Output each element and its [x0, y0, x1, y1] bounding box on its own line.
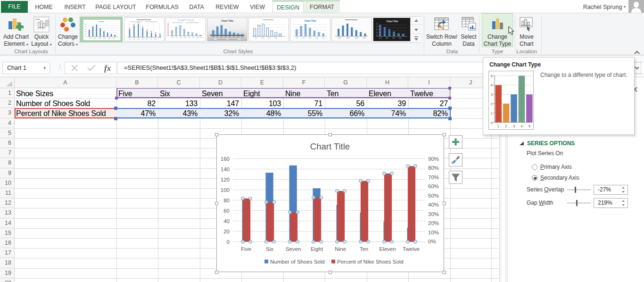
svg-text:80: 80 — [223, 198, 230, 203]
svg-text:1: 1 — [491, 111, 493, 116]
svg-text:20: 20 — [223, 229, 230, 234]
svg-text:60%: 60% — [428, 183, 439, 189]
svg-text:3: 3 — [513, 124, 515, 128]
svg-text:Percent of Nike Shoes Sold: Percent of Nike Shoes Sold — [337, 259, 404, 265]
svg-text:Chart Title: Chart Title — [305, 19, 316, 22]
svg-text:120: 120 — [221, 177, 230, 182]
svg-text:0: 0 — [491, 121, 493, 125]
svg-text:40%: 40% — [428, 202, 439, 207]
svg-text:Nine: Nine — [335, 246, 346, 252]
svg-text:140: 140 — [221, 166, 230, 172]
svg-text:CHART TITLE: CHART TITLE — [177, 19, 194, 22]
svg-text:Number of Shoes Sold: Number of Shoes Sold — [270, 259, 325, 265]
svg-text:Chart Title: Chart Title — [387, 20, 398, 23]
svg-text:Eleven: Eleven — [379, 246, 396, 252]
svg-text:1: 1 — [497, 124, 500, 128]
svg-text:fx: fx — [104, 64, 111, 73]
svg-text:Seven: Seven — [286, 246, 301, 252]
svg-text:0%: 0% — [428, 239, 436, 244]
svg-text:3: 3 — [491, 92, 493, 97]
svg-text:80%: 80% — [428, 165, 439, 171]
svg-text:40: 40 — [223, 218, 230, 224]
svg-text:2: 2 — [505, 124, 507, 128]
svg-text:Twelve: Twelve — [403, 246, 420, 252]
svg-text:100: 100 — [221, 187, 230, 193]
svg-text:160: 160 — [221, 156, 230, 162]
svg-text:70%: 70% — [428, 174, 439, 180]
svg-text:Eight: Eight — [311, 246, 323, 252]
svg-text:4: 4 — [491, 83, 493, 87]
svg-text:5: 5 — [528, 124, 531, 128]
svg-text:Five: Five — [241, 246, 251, 252]
svg-text:30%: 30% — [428, 211, 439, 217]
svg-text:20%: 20% — [428, 220, 439, 226]
svg-text:Chart Title: Chart Title — [310, 141, 350, 151]
svg-text:60: 60 — [223, 208, 230, 214]
svg-text:Chart Title: Chart Title — [221, 19, 233, 22]
svg-text:50%: 50% — [428, 193, 439, 199]
svg-text:2: 2 — [491, 102, 493, 106]
svg-text:4: 4 — [520, 124, 523, 128]
svg-text:Ten: Ten — [360, 246, 369, 252]
svg-text:5: 5 — [491, 74, 493, 78]
svg-text:0: 0 — [227, 239, 230, 245]
svg-text:10%: 10% — [428, 230, 439, 235]
svg-text:90%: 90% — [428, 156, 439, 162]
svg-text:Six: Six — [266, 246, 273, 252]
